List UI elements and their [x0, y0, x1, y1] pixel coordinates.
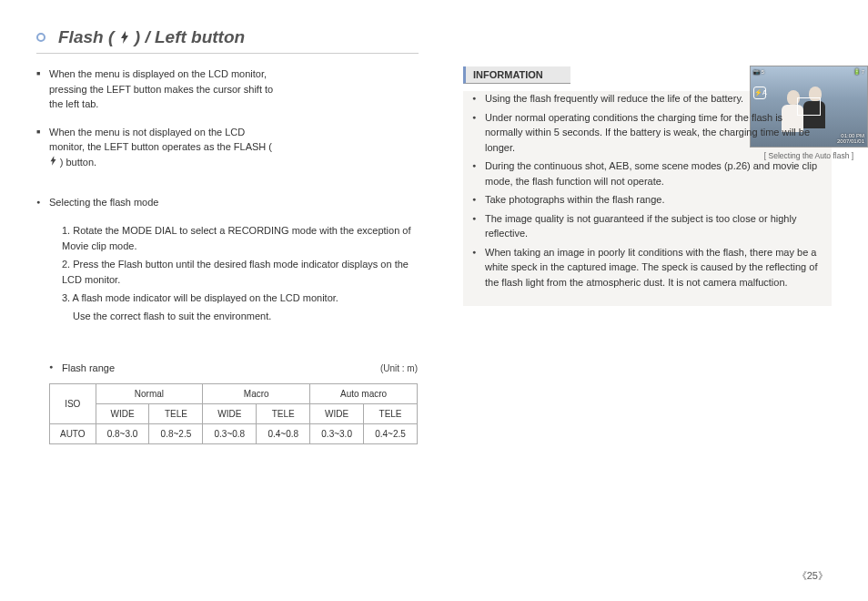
th-wide-1: WIDE	[96, 403, 149, 423]
info-item-3: During the continuous shot, AEB, some sc…	[472, 158, 823, 188]
title-bullet-icon	[36, 33, 45, 42]
th-tele-1: TELE	[149, 403, 203, 423]
selecting-flash-heading: Selecting the flash mode	[36, 195, 418, 210]
title-suffix: ) / Left button	[135, 27, 245, 46]
info-item-1: Using the flash frequently will reduce t…	[472, 91, 823, 107]
th-tele-2: TELE	[257, 403, 310, 423]
info-item-2: Under normal operating conditions the ch…	[472, 110, 823, 156]
step-3-line2: Use the correct flash to suit the enviro…	[62, 309, 418, 325]
flash-range-heading-row: Flash range (Unit : m)	[36, 361, 418, 376]
th-iso: ISO	[50, 383, 96, 423]
th-tele-3: TELE	[364, 403, 418, 423]
th-auto-macro: Auto macro	[310, 383, 418, 403]
flash-range-label: Flash range	[49, 361, 115, 376]
flash-icon	[49, 158, 60, 168]
step-1: 1. Rotate the MODE DIAL to select a RECO…	[62, 223, 418, 255]
td-v5: 0.3~3.0	[310, 423, 364, 443]
td-row-label: AUTO	[50, 423, 96, 443]
paragraph-menu-displayed: When the menu is displayed on the LCD mo…	[36, 66, 278, 112]
information-heading: INFORMATION	[463, 66, 570, 84]
flash-mode-steps: 1. Rotate the MODE DIAL to select a RECO…	[36, 223, 418, 325]
overlay-top-left: 📷 5	[753, 68, 764, 75]
left-column: When the menu is displayed on the LCD mo…	[36, 66, 418, 444]
overlay-datetime: 01:00 PM 2007/01/01	[837, 133, 864, 145]
overlay-top-right: 🔋 7	[853, 68, 864, 75]
flash-icon	[119, 28, 130, 41]
svg-marker-1	[51, 156, 56, 166]
step-3-line1: 3. A flash mode indicator will be displa…	[62, 290, 418, 307]
td-v4: 0.4~0.8	[257, 423, 310, 443]
td-v3: 0.3~0.8	[203, 423, 257, 443]
svg-marker-0	[121, 31, 128, 44]
th-normal: Normal	[96, 383, 203, 403]
step-2: 2. Press the Flash button until the desi…	[62, 257, 418, 289]
info-item-6: When taking an image in poorly lit condi…	[472, 245, 823, 290]
td-v1: 0.8~3.0	[96, 423, 149, 443]
td-v2: 0.8~2.5	[149, 423, 203, 443]
th-wide-2: WIDE	[203, 403, 257, 423]
title-prefix: Flash (	[58, 27, 114, 46]
info-item-5: The image quality is not guaranteed if t…	[472, 211, 823, 241]
flash-range-table: ISO Normal Macro Auto macro WIDE TELE WI…	[49, 383, 418, 444]
info-item-4: Take photographs within the flash range.	[472, 192, 823, 208]
th-macro: Macro	[203, 383, 310, 403]
th-wide-3: WIDE	[310, 403, 364, 423]
section-title: Flash ( ) / Left button	[58, 27, 245, 47]
paragraph-menu-not-displayed: When the menu is not displayed on the LC…	[36, 125, 278, 170]
section-title-bar: Flash ( ) / Left button	[36, 27, 419, 54]
td-v6: 0.4~2.5	[364, 423, 418, 443]
overlay-date: 2007/01/01	[837, 138, 864, 145]
information-box: Using the flash frequently will reduce t…	[463, 91, 832, 306]
page-number: 《25》	[797, 569, 828, 583]
unit-label: (Unit : m)	[380, 363, 418, 373]
right-column: INFORMATION Using the flash frequently w…	[463, 66, 832, 444]
